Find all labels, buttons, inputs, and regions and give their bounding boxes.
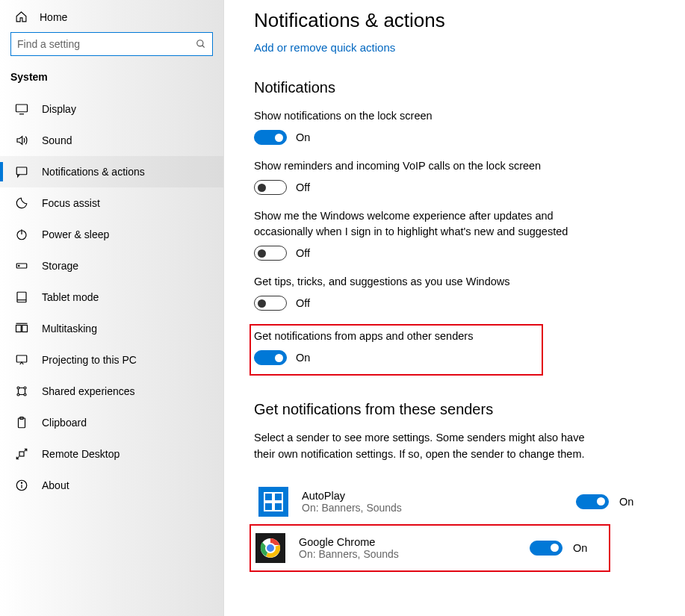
svg-point-17 xyxy=(17,393,19,396)
sender-google-chrome[interactable]: Google Chrome On: Banners, Sounds On xyxy=(251,526,609,570)
toggle-state: On xyxy=(296,131,310,143)
toggle-lock-screen-notifications[interactable] xyxy=(254,130,287,145)
svg-rect-9 xyxy=(17,292,26,302)
sidebar-item-label: About xyxy=(42,479,69,491)
toggle-sender-autoplay[interactable] xyxy=(576,494,609,509)
tablet-icon xyxy=(15,290,28,304)
toggle-state: Off xyxy=(296,247,310,259)
toggle-state: On xyxy=(619,496,633,508)
setting-tips-tricks: Get tips, tricks, and suggestions as you… xyxy=(254,274,655,311)
toggle-state: Off xyxy=(296,297,310,309)
notifications-section-title: Notifications xyxy=(254,79,655,96)
sidebar-item-label: Storage xyxy=(42,260,78,272)
sidebar-item-label: Sound xyxy=(42,134,72,146)
setting-label: Get notifications from apps and other se… xyxy=(254,329,536,344)
sidebar: Home System Display Sound Notifications … xyxy=(0,0,224,616)
power-icon xyxy=(15,228,28,241)
notifications-icon xyxy=(15,165,28,178)
sidebar-item-clipboard[interactable]: Clipboard xyxy=(0,407,223,438)
setting-apps-senders: Get notifications from apps and other se… xyxy=(254,329,536,365)
home-nav[interactable]: Home xyxy=(0,6,223,32)
sidebar-item-projecting[interactable]: Projecting to this PC xyxy=(0,344,223,376)
highlight-chrome-sender: Google Chrome On: Banners, Sounds On xyxy=(249,524,610,572)
setting-welcome-experience: Show me the Windows welcome experience a… xyxy=(254,208,655,261)
sidebar-item-sound[interactable]: Sound xyxy=(0,125,223,156)
sender-sub: On: Banners, Sounds xyxy=(302,502,562,514)
sidebar-item-focus-assist[interactable]: Focus assist xyxy=(0,187,223,219)
sidebar-category: System xyxy=(0,66,223,93)
sidebar-item-about[interactable]: About xyxy=(0,470,223,501)
svg-rect-2 xyxy=(16,105,28,112)
sidebar-item-label: Remote Desktop xyxy=(42,448,120,460)
sender-sub: On: Banners, Sounds xyxy=(299,548,516,560)
setting-lock-screen-notifications: Show notifications on the lock screen On xyxy=(254,108,655,145)
sidebar-item-label: Display xyxy=(42,103,76,115)
storage-icon xyxy=(15,259,28,273)
sidebar-item-shared-experiences[interactable]: Shared experiences xyxy=(0,376,223,407)
sender-autoplay[interactable]: AutoPlay On: Banners, Sounds On xyxy=(254,479,655,524)
setting-label: Show notifications on the lock screen xyxy=(254,108,575,124)
svg-line-1 xyxy=(202,46,205,48)
search-input[interactable] xyxy=(17,38,196,50)
svg-point-18 xyxy=(24,393,26,396)
sender-name: Google Chrome xyxy=(299,536,516,548)
sidebar-item-storage[interactable]: Storage xyxy=(0,250,223,281)
autoplay-icon xyxy=(258,487,288,517)
sidebar-item-remote-desktop[interactable]: Remote Desktop xyxy=(0,438,223,470)
main-content: Notifications & actions Add or remove qu… xyxy=(224,0,685,616)
projecting-icon xyxy=(15,353,28,367)
setting-reminders-voip: Show reminders and incoming VoIP calls o… xyxy=(254,158,655,195)
sidebar-nav: Display Sound Notifications & actions Fo… xyxy=(0,93,223,501)
svg-rect-21 xyxy=(19,452,24,456)
toggle-reminders-voip[interactable] xyxy=(254,180,287,195)
highlight-apps-senders: Get notifications from apps and other se… xyxy=(249,324,543,376)
sidebar-item-power-sleep[interactable]: Power & sleep xyxy=(0,219,223,250)
svg-point-24 xyxy=(21,482,22,483)
toggle-tips-tricks[interactable] xyxy=(254,296,287,311)
sound-icon xyxy=(15,134,28,147)
sender-name: AutoPlay xyxy=(302,490,562,502)
sidebar-item-tablet-mode[interactable]: Tablet mode xyxy=(0,281,223,313)
clipboard-icon xyxy=(15,416,28,429)
setting-label: Show reminders and incoming VoIP calls o… xyxy=(254,158,575,174)
sidebar-item-label: Notifications & actions xyxy=(42,166,145,178)
search-icon xyxy=(196,39,206,49)
toggle-welcome-experience[interactable] xyxy=(254,246,287,261)
sidebar-item-label: Multitasking xyxy=(42,323,97,335)
setting-label: Show me the Windows welcome experience a… xyxy=(254,208,575,240)
toggle-state: On xyxy=(573,542,587,554)
search-input-wrap[interactable] xyxy=(10,32,213,56)
svg-rect-14 xyxy=(16,355,27,362)
svg-rect-11 xyxy=(16,326,22,332)
sidebar-item-notifications[interactable]: Notifications & actions xyxy=(0,156,223,187)
sidebar-item-multitasking[interactable]: Multitasking xyxy=(0,313,223,344)
toggle-apps-senders[interactable] xyxy=(254,350,287,365)
sidebar-item-label: Shared experiences xyxy=(42,385,135,397)
svg-point-16 xyxy=(24,387,26,389)
svg-rect-4 xyxy=(16,167,27,175)
multitasking-icon xyxy=(15,322,28,335)
sidebar-item-label: Focus assist xyxy=(42,197,100,209)
svg-point-8 xyxy=(19,265,20,267)
setting-label: Get tips, tricks, and suggestions as you… xyxy=(254,274,575,290)
home-icon xyxy=(15,10,28,23)
shared-icon xyxy=(15,385,28,398)
toggle-sender-chrome[interactable] xyxy=(530,541,562,556)
sidebar-item-label: Power & sleep xyxy=(42,228,109,240)
display-icon xyxy=(15,102,28,116)
sidebar-item-label: Projecting to this PC xyxy=(42,354,137,366)
sidebar-item-display[interactable]: Display xyxy=(0,93,223,125)
toggle-state: Off xyxy=(296,181,310,193)
home-label: Home xyxy=(40,11,67,23)
remote-desktop-icon xyxy=(15,447,28,461)
focus-assist-icon xyxy=(15,196,28,210)
senders-description: Select a sender to see more settings. So… xyxy=(254,430,598,463)
quick-actions-link[interactable]: Add or remove quick actions xyxy=(254,41,655,54)
about-icon xyxy=(15,479,28,492)
senders-section-title: Get notifications from these senders xyxy=(254,401,655,418)
chrome-icon xyxy=(255,533,285,563)
toggle-state: On xyxy=(296,352,310,364)
page-title: Notifications & actions xyxy=(254,9,655,32)
svg-point-0 xyxy=(197,40,203,46)
sidebar-item-label: Clipboard xyxy=(42,417,87,429)
